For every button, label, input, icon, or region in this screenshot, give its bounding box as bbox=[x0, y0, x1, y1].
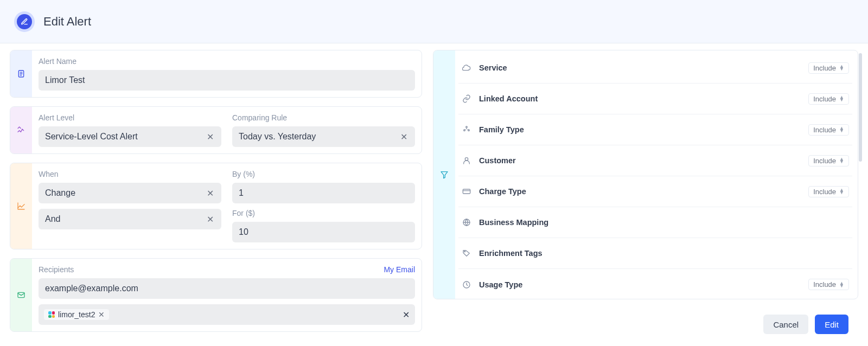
include-toggle-label: Include bbox=[813, 95, 836, 103]
recipients-block: Recipients My Email example@example.com … bbox=[10, 258, 422, 332]
filter-label: Usage Type bbox=[479, 280, 522, 289]
by-percent-value: 1 bbox=[239, 188, 244, 198]
header-bar: Edit Alert bbox=[0, 0, 868, 43]
by-percent-label: By (%) bbox=[232, 170, 415, 178]
alert-level-label: Alert Level bbox=[39, 113, 221, 122]
when-label: When bbox=[39, 170, 221, 178]
charge-type-icon bbox=[462, 187, 471, 196]
filter-row[interactable]: Charge TypeInclude▲▼ bbox=[458, 176, 852, 207]
filter-row[interactable]: Linked AccountInclude▲▼ bbox=[458, 84, 852, 114]
condition-block: When Change ✕ And ✕ bbox=[10, 163, 422, 249]
clear-operator-icon[interactable]: ✕ bbox=[206, 214, 215, 225]
scrollbar[interactable] bbox=[858, 50, 863, 299]
usage-type-icon bbox=[462, 280, 471, 289]
filter-row[interactable]: ServiceInclude▲▼ bbox=[458, 53, 852, 84]
svg-rect-10 bbox=[463, 189, 470, 194]
alert-name-block: Alert Name Limor Test bbox=[10, 50, 422, 98]
include-toggle[interactable]: Include▲▼ bbox=[808, 124, 849, 136]
filter-row[interactable]: Business Mapping bbox=[458, 207, 852, 238]
include-toggle[interactable]: Include▲▼ bbox=[808, 62, 849, 74]
recipients-email-value: example@example.com bbox=[45, 284, 138, 293]
clear-comparing-rule-icon[interactable]: ✕ bbox=[399, 132, 409, 142]
scrollbar-thumb[interactable] bbox=[859, 53, 862, 162]
clear-alert-level-icon[interactable]: ✕ bbox=[206, 132, 215, 142]
filter-label: Service bbox=[479, 63, 507, 72]
include-toggle[interactable]: Include▲▼ bbox=[808, 186, 849, 197]
filter-label: Enrichment Tags bbox=[479, 249, 542, 258]
recipients-email-input[interactable]: example@example.com bbox=[39, 278, 415, 299]
alert-name-value: Limor Test bbox=[45, 75, 85, 85]
customer-icon bbox=[462, 156, 471, 165]
comparing-rule-select[interactable]: Today vs. Yesterday ✕ bbox=[232, 126, 415, 147]
for-dollar-label: For ($) bbox=[232, 209, 415, 217]
level-icon bbox=[17, 126, 25, 134]
alert-level-value: Service-Level Cost Alert bbox=[45, 132, 138, 142]
for-dollar-value: 10 bbox=[239, 227, 248, 237]
pencil-icon bbox=[17, 14, 32, 29]
include-toggle[interactable]: Include▲▼ bbox=[808, 155, 849, 166]
include-toggle-label: Include bbox=[813, 126, 836, 134]
filter-label: Linked Account bbox=[479, 94, 538, 103]
svg-point-9 bbox=[465, 158, 468, 161]
sort-caret-icon: ▲▼ bbox=[839, 158, 844, 163]
include-toggle-label: Include bbox=[813, 280, 836, 289]
sort-caret-icon: ▲▼ bbox=[839, 189, 844, 194]
alert-level-select[interactable]: Service-Level Cost Alert ✕ bbox=[39, 126, 221, 147]
linked-account-icon bbox=[462, 94, 471, 103]
sort-caret-icon: ▲▼ bbox=[839, 96, 844, 101]
when-value: Change bbox=[45, 188, 75, 198]
envelope-icon bbox=[17, 291, 25, 299]
slack-channel-select[interactable]: limor_test2 ✕ ✕ bbox=[39, 304, 415, 325]
remove-slack-chip-icon[interactable]: ✕ bbox=[98, 310, 105, 319]
note-icon bbox=[17, 69, 25, 78]
slack-channel-chip: limor_test2 ✕ bbox=[44, 309, 109, 320]
for-dollar-input[interactable]: 10 bbox=[232, 222, 415, 242]
service-icon bbox=[462, 63, 471, 72]
recipients-label: Recipients bbox=[39, 265, 74, 274]
cancel-button[interactable]: Cancel bbox=[763, 315, 808, 334]
include-toggle-label: Include bbox=[813, 157, 836, 165]
when-select[interactable]: Change ✕ bbox=[39, 183, 221, 203]
filter-label: Business Mapping bbox=[479, 218, 548, 227]
filter-label: Family Type bbox=[479, 125, 524, 134]
include-toggle[interactable]: Include▲▼ bbox=[808, 279, 849, 290]
sort-caret-icon: ▲▼ bbox=[839, 127, 844, 132]
alert-name-label: Alert Name bbox=[39, 57, 415, 66]
clear-slack-channels-icon[interactable]: ✕ bbox=[403, 310, 410, 320]
filter-row[interactable]: Enrichment Tags bbox=[458, 238, 852, 269]
alert-level-block: Alert Level Service-Level Cost Alert ✕ C… bbox=[10, 106, 422, 154]
alert-name-input[interactable]: Limor Test bbox=[39, 70, 415, 91]
operator-select[interactable]: And ✕ bbox=[39, 209, 221, 229]
slack-icon bbox=[48, 311, 55, 318]
footer-actions: Cancel Edit bbox=[763, 315, 848, 334]
operator-value: And bbox=[45, 214, 60, 224]
comparing-rule-value: Today vs. Yesterday bbox=[239, 132, 316, 142]
my-email-link[interactable]: My Email bbox=[384, 265, 415, 274]
sort-caret-icon: ▲▼ bbox=[839, 282, 844, 287]
svg-marker-5 bbox=[441, 172, 448, 178]
filter-label: Customer bbox=[479, 156, 516, 165]
svg-point-13 bbox=[464, 251, 465, 252]
business-mapping-icon bbox=[462, 218, 471, 227]
filter-row[interactable]: Usage TypeInclude▲▼ bbox=[458, 269, 852, 299]
header-icon-badge bbox=[14, 11, 35, 32]
filter-label: Charge Type bbox=[479, 187, 526, 196]
enrichment-tags-icon bbox=[462, 249, 471, 258]
include-toggle[interactable]: Include▲▼ bbox=[808, 93, 849, 105]
filter-row[interactable]: CustomerInclude▲▼ bbox=[458, 145, 852, 176]
family-type-icon bbox=[462, 125, 471, 134]
filters-list: ServiceInclude▲▼Linked AccountInclude▲▼F… bbox=[455, 50, 858, 299]
include-toggle-label: Include bbox=[813, 64, 836, 72]
include-toggle-label: Include bbox=[813, 188, 836, 196]
comparing-rule-label: Comparing Rule bbox=[232, 113, 415, 122]
save-button[interactable]: Edit bbox=[815, 315, 848, 334]
clear-when-icon[interactable]: ✕ bbox=[206, 188, 215, 198]
page-title: Edit Alert bbox=[43, 15, 91, 29]
by-percent-input[interactable]: 1 bbox=[232, 183, 415, 203]
filter-icon bbox=[440, 170, 449, 179]
chart-line-icon bbox=[17, 202, 25, 210]
slack-channel-chip-label: limor_test2 bbox=[58, 310, 95, 319]
sort-caret-icon: ▲▼ bbox=[839, 65, 844, 71]
filters-panel: ServiceInclude▲▼Linked AccountInclude▲▼F… bbox=[433, 50, 858, 299]
filter-row[interactable]: Family TypeInclude▲▼ bbox=[458, 114, 852, 145]
